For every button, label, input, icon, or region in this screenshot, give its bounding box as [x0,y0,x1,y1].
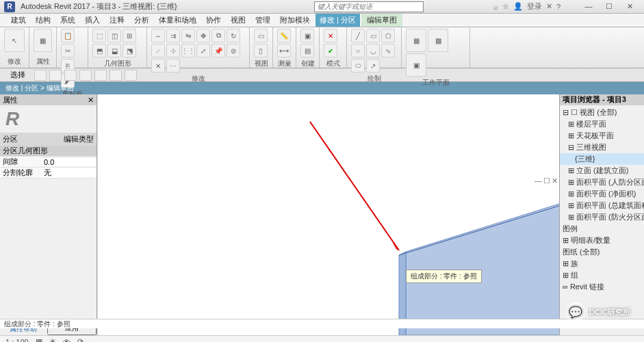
paste-icon[interactable]: 📋 [61,29,75,42]
qbtn[interactable] [94,70,107,81]
move-icon[interactable]: ✥ [196,29,210,42]
set-plane-button[interactable]: ▦ [406,29,426,52]
vc-icon[interactable]: 👁 [63,338,70,343]
finish-icon[interactable]: ✔ [324,44,337,57]
join-icon[interactable]: ⊞ [123,29,136,42]
tab[interactable]: 注释 [105,14,129,27]
tree-node[interactable]: 图例 [560,223,644,235]
modify-tool[interactable]: ↖ [4,29,25,52]
create-icon[interactable]: ▣ [300,29,314,42]
tree-node[interactable]: ⊞ 楼层平面 [560,118,644,130]
tree-node[interactable]: ⊞ 面积平面 (总建筑面积) [560,200,644,211]
ellipse-icon[interactable]: ⬭ [351,59,365,73]
pick-icon[interactable]: ↗ [366,59,380,73]
arc-icon[interactable]: ◡ [366,44,380,57]
properties-button[interactable]: ▦ [34,29,52,52]
copy-icon[interactable]: ⧉ [211,29,225,42]
tree-node[interactable]: ⊞ 明细表/数量 [560,235,644,246]
split-icon[interactable]: ⊹ [166,44,180,57]
search-input[interactable] [314,1,424,12]
tree-node[interactable]: ⊞ 族 [560,258,644,269]
tab[interactable]: 附加模块 [276,14,314,27]
tab[interactable]: 插入 [81,14,104,27]
tree-node[interactable]: ⊟ 三维视图 [560,142,644,153]
pin-icon[interactable]: 📌 [211,44,225,57]
tab[interactable]: 建筑 [7,14,30,27]
show-plane-button[interactable]: ▩ [428,29,448,52]
line-icon[interactable]: ╱ [351,29,365,42]
tree-node[interactable]: ⊞ 面积平面 (净面积) [560,188,644,200]
geom-icon[interactable]: ⬒ [92,44,106,57]
geom-icon[interactable]: ⬔ [123,44,136,57]
tab[interactable]: 体量和场地 [155,14,201,27]
cope-icon[interactable]: ⬚ [92,29,106,42]
array-icon[interactable]: ⋮⋮ [181,44,195,57]
tree-node[interactable]: ⊞ 组 [560,269,644,281]
view-icon[interactable]: ▭ [254,29,268,42]
tree-node[interactable]: ⊞ 天花板平面 [560,130,644,142]
vc-icon[interactable]: ▦ [36,337,42,342]
tab-active[interactable]: 修改 | 分区 [315,14,360,27]
cut-geom-icon[interactable]: ◫ [107,29,121,42]
viewer-button[interactable]: ▣ [406,53,426,77]
revit-logo[interactable]: R [4,1,15,12]
tree-node[interactable]: ⊞ 面积平面 (人防分区面积) [560,176,644,188]
qbtn[interactable] [125,70,137,81]
tree-node[interactable]: {三维} [560,153,644,165]
view-icon[interactable]: ▯ [254,44,268,57]
qbtn[interactable] [110,70,122,81]
infocenter-icon[interactable]: ⌕ [493,3,498,11]
tab[interactable]: 系统 [56,14,79,27]
geom-icon[interactable]: ⬓ [107,44,121,57]
tree-node[interactable]: ∞ Revit 链接 [560,281,644,293]
mirror-icon[interactable]: ⇋ [181,29,195,42]
tab[interactable]: 视图 [227,14,250,27]
prop-value[interactable]: 无 [41,168,96,178]
qbtn[interactable] [64,70,77,81]
wall-face[interactable] [406,200,559,335]
prop-value[interactable]: 0.0 [41,158,96,166]
qbtn[interactable] [49,70,62,81]
align-icon[interactable]: ↔ [151,29,165,42]
minimize-button[interactable]: — [578,1,599,13]
maximize-button[interactable]: ☐ [599,1,619,13]
tree-node[interactable]: ⊞ 立面 (建筑立面) [560,165,644,176]
vc-icon[interactable]: ☀ [49,337,56,342]
tree-node[interactable]: ⊞ 面积平面 (防火分区面积) [560,211,644,223]
help-icon[interactable]: ? [556,3,561,11]
dim-icon[interactable]: ⟷ [277,44,291,57]
edit-type-button[interactable]: 编辑类型 [64,134,94,144]
scale[interactable]: 1 : 100 [5,338,29,343]
unpin-icon[interactable]: ⊘ [227,44,240,57]
tab[interactable]: 分析 [130,14,153,27]
star-icon[interactable]: ☆ [502,2,509,11]
tab[interactable]: 结构 [31,14,55,27]
tool-icon[interactable]: ⋯ [166,59,180,73]
vc-icon[interactable]: ⟳ [77,337,83,342]
cut-icon[interactable]: ✂ [61,44,75,57]
create-icon[interactable]: ▤ [300,44,314,57]
circle-icon[interactable]: ○ [351,44,365,57]
rect-icon[interactable]: ▭ [366,29,380,42]
tab[interactable]: 协作 [202,14,225,27]
tree-node[interactable]: ⊟ ☐ 视图 (全部) [560,107,644,118]
measure-icon[interactable]: 📏 [277,29,291,42]
exchange-icon[interactable]: ✕ [546,2,552,11]
poly-icon[interactable]: ⬠ [381,29,395,42]
tree-node[interactable]: 图纸 (全部) [560,246,644,258]
cancel-icon[interactable]: ✕ [324,29,337,42]
scale-icon[interactable]: ⤢ [196,44,210,57]
rotate-icon[interactable]: ↻ [227,29,240,42]
3d-viewport[interactable]: —☐✕ 组成部分 : 零件 : 参照 [97,94,559,335]
tab-context[interactable]: 编辑草图 [361,14,402,27]
qbtn[interactable] [79,70,92,81]
offset-icon[interactable]: ⇉ [166,29,180,42]
user-icon[interactable]: 👤 [513,2,523,11]
close-icon[interactable]: ✕ [88,96,94,105]
qbtn[interactable] [34,70,47,81]
delete-icon[interactable]: ✕ [151,59,165,73]
login-link[interactable]: 登录 [527,1,542,12]
close-button[interactable]: ✕ [619,1,640,13]
spline-icon[interactable]: ∿ [381,44,395,57]
trim-icon[interactable]: ⟋ [151,44,165,57]
